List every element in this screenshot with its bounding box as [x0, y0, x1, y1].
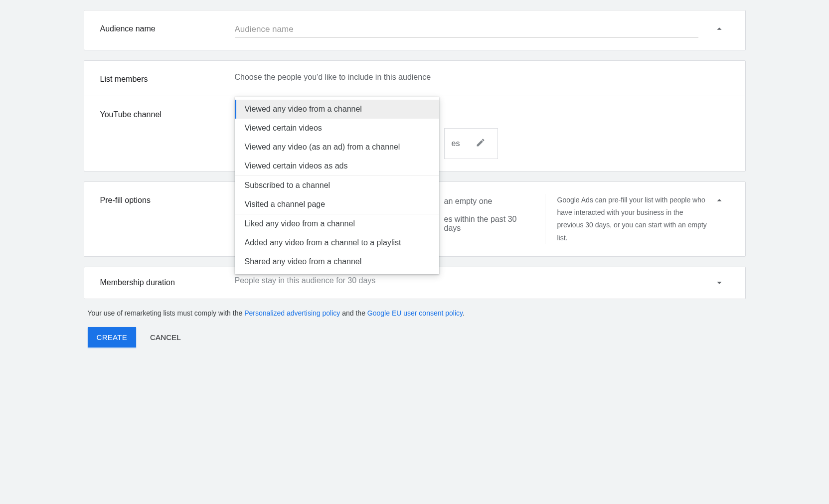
list-members-label: List members [100, 73, 235, 84]
chevron-up-icon[interactable] [714, 23, 725, 36]
youtube-channel-chip-text: es [452, 139, 460, 148]
list-members-option[interactable]: Viewed certain videos as ads [235, 157, 439, 175]
prefill-label: Pre-fill options [100, 194, 235, 205]
membership-label: Membership duration [100, 276, 235, 287]
personalized-ad-policy-link[interactable]: Personalized advertising policy [244, 309, 340, 317]
cancel-button[interactable]: CANCEL [147, 333, 184, 342]
chevron-up-icon[interactable] [714, 195, 725, 207]
prefill-option-1-partial: an empty one [444, 197, 493, 206]
list-members-card: List members Choose the people you'd lik… [84, 60, 746, 171]
list-members-option[interactable]: Liked any video from a channel [235, 214, 439, 233]
list-members-option[interactable]: Shared any video from a channel [235, 252, 439, 271]
form-actions: CREATE CANCEL [88, 327, 746, 347]
chevron-down-icon[interactable] [714, 277, 725, 290]
list-members-option[interactable]: Visited a channel page [235, 195, 439, 214]
list-members-dropdown: Viewed any video from a channelViewed ce… [235, 97, 439, 274]
eu-consent-policy-link[interactable]: Google EU user consent policy [367, 309, 463, 317]
list-members-option[interactable]: Viewed any video (as an ad) from a chann… [235, 138, 439, 157]
list-members-option[interactable]: Viewed certain videos [235, 119, 439, 138]
prefill-info: Google Ads can pre-fill your list with p… [545, 194, 709, 244]
pencil-icon [476, 138, 486, 150]
list-members-option[interactable]: Added any video from a channel to a play… [235, 233, 439, 252]
policy-footnote: Your use of remarketing lists must compl… [88, 309, 746, 317]
youtube-channel-chip[interactable]: es [444, 128, 498, 159]
prefill-option-2-partial: es within the past 30 days [444, 215, 533, 233]
audience-name-card: Audience name [84, 10, 746, 50]
list-members-option[interactable]: Subscribed to a channel [235, 176, 439, 195]
create-button[interactable]: CREATE [88, 327, 137, 347]
youtube-channel-label: YouTube channel [100, 108, 235, 119]
membership-summary: People stay in this audience for 30 days [235, 276, 376, 285]
audience-name-input[interactable] [235, 22, 698, 38]
list-members-option[interactable]: Viewed any video from a channel [235, 100, 439, 119]
list-members-hint: Choose the people you'd like to include … [235, 73, 729, 82]
audience-name-label: Audience name [100, 22, 235, 33]
